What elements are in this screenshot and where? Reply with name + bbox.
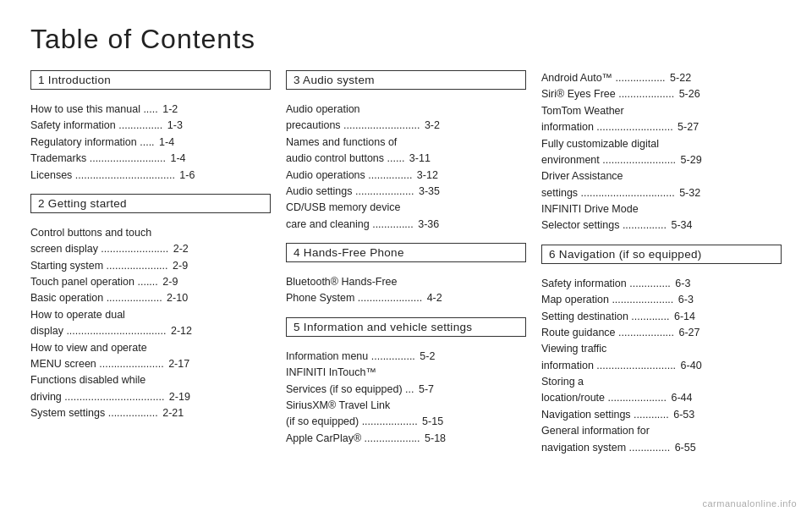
list-item: Audio operationprecautions .............… [286, 102, 526, 135]
section-2-entries: Control buttons and touchscreen display … [30, 225, 271, 422]
section-1-entries: How to use this manual ..... 1-2 Safety … [30, 102, 271, 184]
section-5-continued-entries: Android Auto™ ................. 5-22 Sir… [541, 70, 782, 234]
list-item: Information menu ............... 5-2 [286, 349, 526, 365]
list-item: Audio operations ............... 3-12 [286, 168, 526, 184]
section-3-box: 3 Audio system [286, 70, 526, 90]
list-item: Safety information .............. 6-3 [541, 276, 782, 292]
list-item: Apple CarPlay® ................... 5-18 [286, 431, 526, 447]
section-2-box: 2 Getting started [30, 194, 271, 213]
list-item: How to use this manual ..... 1-2 [30, 102, 271, 118]
list-item: Control buttons and touchscreen display … [30, 225, 271, 258]
list-item: Touch panel operation ....... 2-9 [30, 274, 271, 290]
list-item: Viewing trafficinformation .............… [541, 341, 782, 374]
section-1-box: 1 Introduction [30, 70, 271, 90]
section-5-entries: Information menu ............... 5-2 INF… [286, 349, 526, 447]
section-5-title: 5 Information and vehicle settings [294, 321, 472, 333]
list-item: Functions disabled whiledriving ........… [30, 372, 271, 405]
section-5-box: 5 Information and vehicle settings [286, 317, 526, 337]
column-2: 3 Audio system Audio operationprecaution… [286, 70, 541, 466]
list-item: Regulatory information ..... 1-4 [30, 135, 271, 151]
list-item: How to view and operateMENU screen .....… [30, 340, 271, 373]
section-2-title: 2 Getting started [38, 197, 127, 210]
list-item: TomTom Weatherinformation ..............… [541, 103, 782, 136]
section-6-entries: Safety information .............. 6-3 Ma… [541, 276, 782, 456]
column-3: Android Auto™ ................. 5-22 Sir… [541, 70, 782, 466]
column-1: 1 Introduction How to use this manual ..… [30, 70, 286, 466]
list-item: Trademarks .......................... 1-… [30, 151, 271, 167]
list-item: Siri® Eyes Free ................... 5-26 [541, 86, 782, 102]
list-item: SiriusXM® Travel Link(if so equipped) ..… [286, 398, 526, 431]
list-item: Services (if so equipped) ... 5-7 [286, 382, 526, 398]
list-item: System settings ................. 2-21 [30, 405, 271, 421]
list-item: INFINITI InTouch™ [286, 365, 526, 381]
list-item: Fully customizable digitalenvironment ..… [541, 136, 782, 169]
list-item: Audio settings .................... 3-35 [286, 184, 526, 200]
list-item: Setting destination ............. 6-14 [541, 309, 782, 325]
list-item: Bluetooth® Hands-FreePhone System ......… [286, 274, 526, 307]
list-item: Names and functions ofaudio control butt… [286, 135, 526, 168]
section-1-num: 1 [38, 74, 48, 86]
section-4-entries: Bluetooth® Hands-FreePhone System ......… [286, 274, 526, 307]
list-item: Route guidance ................... 6-27 [541, 325, 782, 341]
list-item: Licenses ...............................… [30, 168, 271, 184]
section-3-title: 3 Audio system [294, 74, 375, 86]
section-1-label: Introduction [48, 74, 111, 86]
page-title: Table of Contents [30, 24, 782, 55]
list-item: Safety information ............... 1-3 [30, 118, 271, 134]
list-item: CD/USB memory devicecare and cleaning ..… [286, 200, 526, 233]
list-item: Basic operation ................... 2-10 [30, 290, 271, 306]
list-item: Starting system ..................... 2-… [30, 258, 271, 274]
section-1-title: 1 Introduction [38, 74, 111, 86]
list-item: INFINITI Drive ModeSelector settings ...… [541, 201, 782, 234]
section-4-box: 4 Hands-Free Phone [286, 243, 526, 262]
list-item: Storing alocation/route ................… [541, 374, 782, 407]
section-4-title: 4 Hands-Free Phone [294, 246, 404, 259]
section-3-entries: Audio operationprecautions .............… [286, 102, 526, 233]
list-item: General information fornavigation system… [541, 423, 782, 456]
section-6-title: 6 Navigation (if so equipped) [549, 248, 702, 261]
section-6-box: 6 Navigation (if so equipped) [541, 245, 782, 264]
list-item: How to operate dualdisplay .............… [30, 307, 271, 340]
list-item: Driver Assistancesettings ..............… [541, 168, 782, 201]
list-item: Map operation ..................... 6-3 [541, 292, 782, 308]
list-item: Android Auto™ ................. 5-22 [541, 70, 782, 86]
list-item: Navigation settings ............ 6-53 [541, 407, 782, 423]
watermark: carmanualonline.info [702, 498, 797, 509]
